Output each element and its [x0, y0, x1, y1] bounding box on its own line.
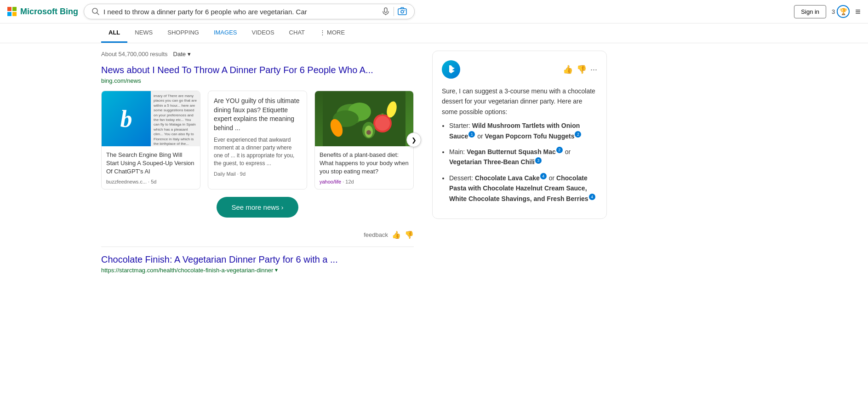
search-bar: [84, 4, 415, 19]
ai-panel: 👍 👎 ··· Sure, I can suggest a 3-course m…: [432, 51, 607, 219]
tab-all[interactable]: ALL: [101, 23, 127, 43]
ai-intro-text: Sure, I can suggest a 3-course menu with…: [442, 86, 597, 117]
news-section: News about I Need To Throw A Dinner Part…: [101, 65, 414, 239]
card2-desc: Ever experienced that awkward moment at …: [214, 136, 301, 167]
tab-news[interactable]: NEWS: [127, 23, 160, 43]
menu-icon[interactable]: ≡: [855, 6, 861, 17]
news-cards: b imary of There are many places you can…: [101, 91, 414, 190]
results-count: About 54,700,000 results: [101, 51, 168, 57]
news-card-3[interactable]: Benefits of a plant-based diet: What hap…: [314, 91, 414, 190]
main-connector: or: [563, 148, 571, 155]
card2-body: Are YOU guilty of this ultimate dining f…: [208, 91, 307, 182]
dessert-option1: Chocolate Lava Cake: [475, 174, 540, 182]
svg-point-6: [405, 10, 405, 11]
tab-chat[interactable]: CHAT: [282, 23, 312, 43]
ai-dessert-item: Dessert: Chocolate Lava Cake4 or Chocola…: [449, 173, 597, 204]
tab-videos[interactable]: VIDEOS: [244, 23, 281, 43]
search-input[interactable]: [103, 8, 378, 16]
nav-tabs: ALL NEWS SHOPPING IMAGES VIDEOS CHAT ⋮ M…: [0, 23, 868, 43]
card3-body: Benefits of a plant-based diet: What hap…: [315, 146, 413, 189]
tab-images[interactable]: IMAGES: [206, 23, 245, 43]
header-right: Sign in 3 🏆 ≡: [794, 5, 861, 18]
see-more-container: See more news: [101, 197, 414, 227]
feedback-label: feedback: [364, 231, 388, 238]
card3-source: yahoo/life · 12d: [320, 179, 409, 184]
card1-title: The Search Engine Bing Will Start Using …: [106, 151, 195, 176]
thumbdown-button[interactable]: 👎: [405, 230, 414, 239]
thumbdown-ai-button[interactable]: 👎: [577, 64, 587, 75]
svg-rect-4: [398, 9, 406, 15]
expand-url-icon[interactable]: ▾: [275, 267, 278, 273]
main-option2: Vegetarian Three-Bean Chili: [449, 158, 535, 166]
starter-label: Starter:: [449, 122, 472, 129]
search-divider: [394, 7, 394, 16]
dessert-connector: or: [547, 174, 556, 182]
microsoft-logo: [7, 7, 17, 16]
left-column: About 54,700,000 results Date ▾ News abo…: [101, 51, 414, 274]
bing-logo-text: Microsoft Bing: [20, 7, 78, 17]
ai-main-item: Main: Vegan Butternut Squash Mac2 or Veg…: [449, 147, 597, 167]
card1-body: The Search Engine Bing Will Start Using …: [102, 146, 200, 189]
thumbup-button[interactable]: 👍: [392, 230, 401, 239]
chevron-down-icon: ▾: [188, 51, 191, 57]
card3-image: [315, 91, 413, 146]
ai-menu-list: Starter: Wild Mushroom Tartlets with Oni…: [449, 121, 597, 204]
ai-starter-item: Starter: Wild Mushroom Tartlets with Oni…: [449, 121, 597, 141]
bing-ai-logo: [442, 60, 460, 79]
news-next-button[interactable]: ❯: [406, 132, 421, 147]
svg-point-17: [366, 130, 371, 135]
ai-panel-header: 👍 👎 ···: [442, 60, 597, 79]
card2-source: Daily Mail · 9d: [214, 171, 301, 177]
starter-option2: Vegan Popcorn Tofu Nuggets: [485, 132, 574, 140]
header: Microsoft Bing: [0, 0, 868, 23]
camera-button[interactable]: [398, 7, 407, 16]
sign-in-button[interactable]: Sign in: [794, 5, 826, 18]
separator: [101, 247, 414, 247]
card2-title: Are YOU guilty of this ultimate dining f…: [214, 97, 301, 132]
reward-badge: 3 🏆: [832, 5, 850, 18]
ai-panel-text: Sure, I can suggest a 3-course menu with…: [442, 86, 597, 204]
search-submit-button[interactable]: [91, 7, 100, 16]
citation-4b[interactable]: 4: [589, 194, 595, 200]
card1-text-content: imary of There are many places you can g…: [154, 94, 197, 146]
citation-2b[interactable]: 2: [556, 147, 563, 153]
citation-2[interactable]: 2: [575, 131, 581, 138]
citation-3[interactable]: 3: [535, 157, 542, 164]
news-card-2[interactable]: Are YOU guilty of this ultimate dining f…: [208, 91, 307, 190]
card1-source: buzzfeednews.c... · 5d: [106, 179, 195, 184]
thumbup-ai-button[interactable]: 👍: [563, 64, 573, 75]
date-filter[interactable]: Date ▾: [173, 51, 191, 57]
ai-panel-actions: 👍 👎 ···: [563, 64, 597, 75]
news-card-1[interactable]: b imary of There are many places you can…: [101, 91, 200, 190]
svg-point-5: [401, 11, 404, 13]
more-options-button[interactable]: ···: [590, 65, 597, 75]
second-result-url-row: https://starctmag.com/health/chocolate-f…: [101, 267, 414, 274]
svg-point-12: [375, 116, 390, 131]
feedback-row: feedback 👍 👎: [101, 230, 414, 239]
news-section-title[interactable]: News about I Need To Throw A Dinner Part…: [101, 65, 414, 75]
news-source-link[interactable]: bing.com/news: [101, 77, 414, 84]
tab-shopping[interactable]: SHOPPING: [160, 23, 206, 43]
main-layout: About 54,700,000 results Date ▾ News abo…: [0, 51, 868, 274]
reward-count: 3: [832, 8, 835, 15]
dessert-label: Dessert:: [449, 174, 475, 182]
card3-title: Benefits of a plant-based diet: What hap…: [320, 151, 409, 176]
second-result-url: https://starctmag.com/health/chocolate-f…: [101, 267, 273, 274]
news-cards-container: b imary of There are many places you can…: [101, 91, 414, 190]
starter-connector: or: [475, 132, 485, 140]
logo-area: Microsoft Bing: [7, 7, 78, 17]
tab-more[interactable]: ⋮ MORE: [312, 23, 352, 43]
mic-button[interactable]: [382, 7, 390, 16]
see-more-news-button[interactable]: See more news: [217, 197, 298, 218]
second-result: Chocolate Finish: A Vegetarian Dinner Pa…: [101, 254, 414, 274]
main-option1: Vegan Butternut Squash Mac: [467, 148, 556, 155]
citation-1[interactable]: 1: [468, 131, 475, 138]
svg-line-1: [97, 13, 99, 15]
right-column: 👍 👎 ··· Sure, I can suggest a 3-course m…: [432, 51, 607, 274]
trophy-icon[interactable]: 🏆: [837, 5, 850, 18]
main-label: Main:: [449, 148, 467, 155]
citation-4a[interactable]: 4: [540, 173, 547, 179]
svg-rect-2: [384, 8, 387, 12]
second-result-title[interactable]: Chocolate Finish: A Vegetarian Dinner Pa…: [101, 254, 414, 265]
results-info: About 54,700,000 results Date ▾: [101, 51, 414, 57]
